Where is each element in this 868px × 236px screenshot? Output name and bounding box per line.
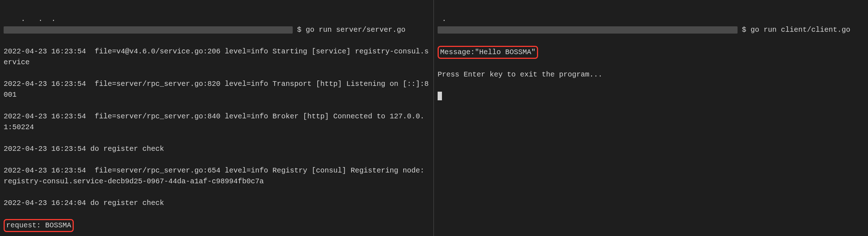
obscured-hostname-left [4, 26, 293, 34]
prompt-symbol: $ [742, 26, 746, 34]
path-fragment: . . . [4, 15, 56, 23]
log-line: 2022-04-23 16:23:54 file=server/rpc_serv… [4, 79, 430, 100]
terminal-pane-right[interactable]: . $ go run client/client.go Message:"Hel… [434, 0, 868, 236]
cursor-right [438, 92, 442, 100]
obscured-hostname-right [438, 26, 738, 34]
log-line: 2022-04-23 16:23:54 file=server/rpc_serv… [4, 165, 430, 187]
highlighted-request: request: BOSSMA [4, 219, 74, 232]
log-line: 2022-04-23 16:23:54 file=v4@v4.6.0/servi… [4, 46, 430, 68]
path-fragment: . [438, 15, 446, 23]
log-line: 2022-04-23 16:24:04 do register check [4, 198, 430, 209]
log-line: 2022-04-23 16:23:54 do register check [4, 144, 430, 154]
terminal-pane-left[interactable]: . . . $ go run server/server.go 2022-04-… [0, 0, 434, 236]
highlighted-message: Message:"Hello BOSSMA" [438, 46, 538, 59]
log-line: 2022-04-23 16:23:54 file=server/rpc_serv… [4, 111, 430, 133]
command-text: go run client/client.go [751, 26, 850, 34]
output-line: Press Enter key to exit the program... [438, 69, 864, 80]
command-text: go run server/server.go [306, 26, 405, 34]
prompt-symbol: $ [297, 26, 301, 34]
